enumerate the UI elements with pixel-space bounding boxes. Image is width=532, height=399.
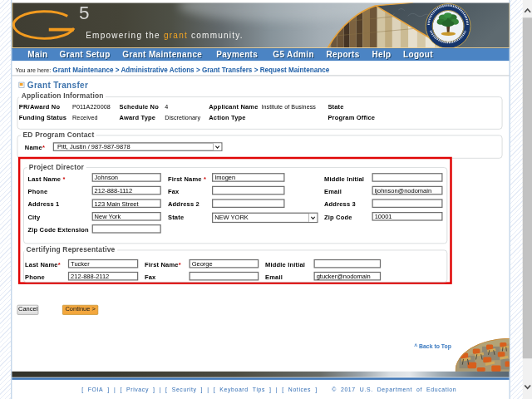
svg-text:5: 5 (79, 2, 90, 22)
svg-text:Empowering the grant community: Empowering the grant community. (86, 31, 244, 40)
